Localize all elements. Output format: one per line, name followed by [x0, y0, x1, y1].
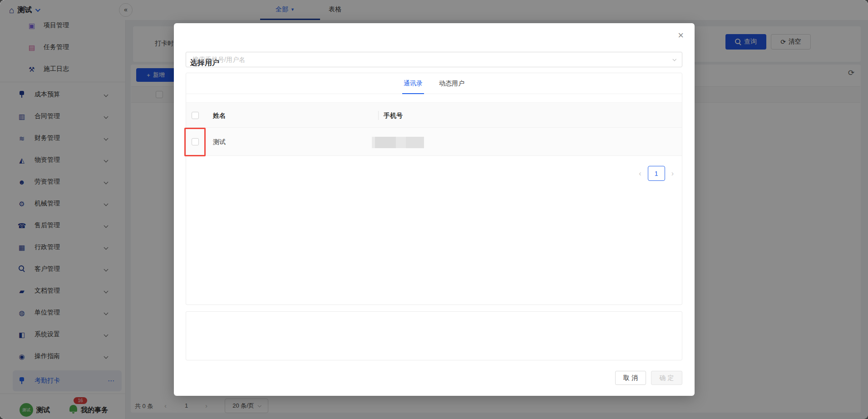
tab-contacts[interactable]: 通讯录 — [404, 73, 423, 94]
select-all-checkbox[interactable] — [192, 112, 199, 119]
modal-tabs: 通讯录 动态用户 — [186, 73, 682, 94]
modal-pagination: ‹ 1 › — [639, 166, 674, 181]
chevron-down-icon — [672, 57, 676, 61]
next-page-icon[interactable]: › — [671, 170, 674, 178]
row-phone-redacted — [372, 137, 424, 148]
user-search-input[interactable] — [186, 56, 673, 63]
tab-dynamic-users[interactable]: 动态用户 — [439, 73, 464, 94]
confirm-button-disabled[interactable]: 确 定 — [651, 371, 682, 385]
column-header-phone: 手机号 — [384, 112, 403, 120]
app-window: ⌂ 测试 ▣ 项目管理 ▤ 任务管理 ⚒ 施工日志 成本预算 — [0, 0, 868, 419]
page-number-active[interactable]: 1 — [648, 166, 665, 181]
cancel-button[interactable]: 取 消 — [615, 371, 646, 385]
close-icon[interactable]: × — [678, 30, 684, 40]
table-header: 姓名 手机号 — [186, 102, 682, 128]
row-name-cell: 测试 — [213, 138, 226, 146]
prev-page-icon[interactable]: ‹ — [639, 170, 641, 178]
selected-users-box — [186, 311, 682, 360]
table-row[interactable]: 测试 — [186, 128, 682, 156]
column-header-name: 姓名 — [213, 112, 226, 120]
user-list-container: 通讯录 动态用户 姓名 手机号 测试 ‹ 1 › — [186, 73, 682, 305]
column-divider — [378, 111, 379, 120]
row-checkbox[interactable] — [192, 138, 199, 145]
user-search-combobox[interactable] — [186, 52, 682, 67]
select-user-modal: 选择用户 × 通讯录 动态用户 姓名 手机号 测试 ‹ — [174, 23, 695, 396]
